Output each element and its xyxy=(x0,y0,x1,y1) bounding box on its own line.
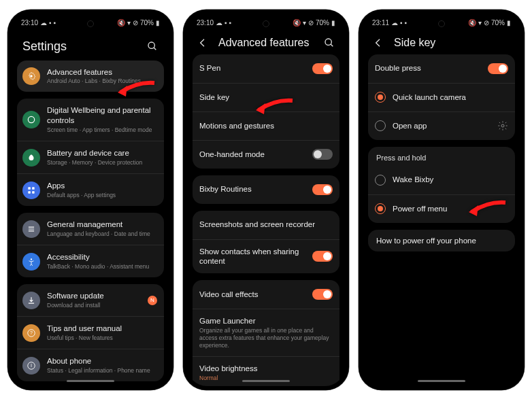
toggle-switch[interactable] xyxy=(312,63,333,74)
svg-point-17 xyxy=(325,39,331,45)
nav-bar[interactable] xyxy=(418,380,465,382)
item-sub: Default apps · App settings xyxy=(47,192,157,199)
item-title: S Pen xyxy=(199,63,305,73)
item-sub: TalkBack · Mono audio · Assistant menu xyxy=(47,263,157,271)
item-sub: Storage · Memory · Device protection xyxy=(47,159,157,167)
item-title: Advanced features xyxy=(47,67,157,77)
adv-item-motions[interactable]: Motions and gestures xyxy=(193,111,339,140)
wifi-icon: ▾ xyxy=(303,19,306,27)
option-label: Power off menu xyxy=(393,204,508,214)
battery-icon: ▮ xyxy=(156,19,160,27)
settings-item-general[interactable]: General management Language and keyboard… xyxy=(17,213,164,245)
item-title: Video brightness xyxy=(199,364,333,374)
back-icon[interactable] xyxy=(372,37,384,49)
about-icon: i xyxy=(22,357,40,375)
toggle-switch[interactable] xyxy=(488,63,508,74)
settings-item-tips[interactable]: ? Tips and user manual Useful tips · New… xyxy=(17,316,164,349)
settings-item-apps[interactable]: Apps Default apps · App settings xyxy=(17,173,164,206)
camera-notch xyxy=(87,20,94,27)
adv-item-one-handed[interactable]: One-handed mode xyxy=(193,140,339,169)
header: Side key xyxy=(363,30,520,54)
option-label: Wake Bixby xyxy=(393,175,508,185)
settings-item-advanced-features[interactable]: Advanced features Android Auto · Labs · … xyxy=(17,60,164,92)
nav-bar[interactable] xyxy=(67,380,114,382)
item-title: Tips and user manual xyxy=(47,324,157,334)
apps-icon xyxy=(22,181,40,199)
side-key-options: Double press Quick launch camera Open ap… xyxy=(363,54,520,285)
cloud-icon: ☁ xyxy=(216,19,222,27)
page-title: Side key xyxy=(394,37,511,49)
header: Advanced features xyxy=(187,30,345,54)
adv-item-game-launcher[interactable]: Game Launcher Organize all your games al… xyxy=(193,309,339,356)
option-power-off-menu[interactable]: Power off menu xyxy=(368,194,515,223)
toggle-switch[interactable] xyxy=(312,184,333,195)
cloud-icon: ☁ xyxy=(40,19,47,27)
toggle-switch[interactable] xyxy=(312,251,333,262)
settings-item-battery[interactable]: Battery and device care Storage · Memory… xyxy=(17,141,164,173)
svg-point-2 xyxy=(30,75,33,77)
svg-rect-4 xyxy=(28,187,31,190)
item-sub: Status · Legal information · Phone name xyxy=(47,367,157,375)
svg-rect-7 xyxy=(32,191,35,194)
battery-pct: 70% xyxy=(140,19,154,27)
item-title: Game Launcher xyxy=(199,316,333,326)
item-sub: Language and keyboard · Date and time xyxy=(47,230,157,238)
adv-item-screenshots[interactable]: Screenshots and screen recorder xyxy=(193,211,339,239)
item-title: Video call effects xyxy=(199,290,305,300)
gear-circle-icon xyxy=(22,67,40,85)
phone-frame-3: 23:11 ☁ ▪ ▪ 🔇 ▾ ⊘ 70% ▮ Side key Double xyxy=(359,10,525,390)
toggle-switch[interactable] xyxy=(312,289,333,300)
item-title: Side key xyxy=(199,92,333,103)
item-title: Accessibility xyxy=(47,252,157,262)
adv-item-show-contacts[interactable]: Show contacts when sharing content xyxy=(193,239,339,274)
accessibility-icon xyxy=(22,253,40,271)
adv-item-bixby[interactable]: Bixby Routines xyxy=(193,175,339,204)
gear-icon[interactable] xyxy=(497,120,508,131)
item-sub: Organize all your games all in one place… xyxy=(199,327,333,349)
radio-button[interactable] xyxy=(375,92,386,103)
search-icon[interactable] xyxy=(323,37,335,49)
wellbeing-icon xyxy=(22,111,40,128)
toggle-switch[interactable] xyxy=(312,149,333,160)
option-wake-bixby[interactable]: Wake Bixby xyxy=(368,166,515,194)
radio-button[interactable] xyxy=(375,175,386,186)
battery-icon: ▮ xyxy=(507,19,511,27)
wifi-icon: ▾ xyxy=(478,19,482,27)
svg-text:i: i xyxy=(31,363,32,368)
search-icon[interactable] xyxy=(146,40,159,52)
notif-icon: ▪ xyxy=(229,19,232,27)
item-title: About phone xyxy=(47,356,157,366)
radio-button[interactable] xyxy=(375,203,386,214)
item-title: Software update xyxy=(47,291,141,301)
status-time: 23:11 xyxy=(372,19,389,27)
option-quick-launch-camera[interactable]: Quick launch camera xyxy=(368,83,515,111)
settings-item-about-phone[interactable]: i About phone Status · Legal information… xyxy=(17,349,164,381)
svg-line-1 xyxy=(154,48,156,50)
nav-bar[interactable] xyxy=(242,380,290,382)
back-icon[interactable] xyxy=(197,37,209,49)
item-title: Show contacts when sharing content xyxy=(199,247,305,267)
update-icon xyxy=(22,292,40,309)
notification-badge: N xyxy=(148,296,157,305)
settings-item-accessibility[interactable]: Accessibility TalkBack · Mono audio · As… xyxy=(17,245,164,277)
svg-point-3 xyxy=(28,117,34,123)
radio-button[interactable] xyxy=(375,120,386,131)
settings-item-digital-wellbeing[interactable]: Digital Wellbeing and parental controls … xyxy=(17,99,164,141)
adv-item-side-key[interactable]: Side key xyxy=(193,83,339,111)
mute-icon: 🔇 xyxy=(117,19,125,27)
phone-frame-1: 23:10 ☁ ▪ ▪ 🔇 ▾ ⊘ 70% ▮ Settings xyxy=(7,10,173,390)
adv-item-video-call[interactable]: Video call effects xyxy=(193,280,339,309)
svg-line-18 xyxy=(331,44,333,46)
option-label: Quick launch camera xyxy=(393,92,508,103)
how-to-link[interactable]: How to power off your phone xyxy=(368,230,515,251)
settings-item-software-update[interactable]: Software update Download and install N xyxy=(17,284,164,316)
camera-notch xyxy=(263,20,269,27)
adv-item-spen[interactable]: S Pen xyxy=(193,54,339,83)
page-title: Advanced features xyxy=(218,37,314,49)
item-title: General management xyxy=(47,220,157,230)
item-title: Battery and device care xyxy=(47,148,157,158)
svg-rect-6 xyxy=(28,191,31,194)
section-head: Double press xyxy=(375,63,481,73)
option-open-app[interactable]: Open app xyxy=(368,111,515,140)
svg-point-0 xyxy=(148,42,154,48)
